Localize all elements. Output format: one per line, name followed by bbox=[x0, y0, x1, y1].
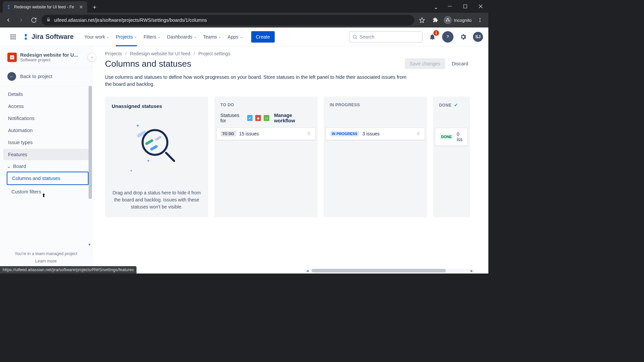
jira-top-nav: Jira Software Your work⌄Projects⌄Filters… bbox=[0, 27, 488, 46]
chevron-down-icon: ⌄ bbox=[106, 35, 109, 39]
browser-omnibox[interactable]: uifeed.atlassian.net/jira/software/proje… bbox=[42, 15, 414, 25]
tab-title: Redesign website for UI feed - Fe bbox=[14, 5, 76, 9]
app-switcher-icon[interactable] bbox=[7, 31, 19, 43]
browser-tab[interactable]: Redesign website for UI feed - Fe ✕ bbox=[3, 1, 87, 13]
sidebar-item-access[interactable]: Access bbox=[3, 101, 89, 112]
sidebar-item-details[interactable]: Details bbox=[3, 88, 89, 100]
tab-list-chevron-icon[interactable]: ⌄ bbox=[434, 4, 438, 10]
jira-favicon-icon bbox=[6, 4, 11, 10]
nav-item-projects[interactable]: Projects⌄ bbox=[112, 27, 140, 46]
nav-item-teams[interactable]: Teams⌄ bbox=[200, 27, 224, 46]
main-content: Projects/Redesign website for UI feed/Pr… bbox=[92, 46, 488, 274]
nav-item-dashboards[interactable]: Dashboards⌄ bbox=[164, 27, 200, 46]
back-label: Back to project bbox=[20, 74, 52, 79]
window-controls bbox=[442, 0, 488, 13]
extensions-icon[interactable] bbox=[430, 15, 440, 25]
scroll-right-icon[interactable]: ▶ bbox=[471, 269, 473, 273]
sidebar-footer-text: You're in a team-managed project bbox=[15, 251, 77, 256]
sidebar-collapse-button[interactable]: ‹ bbox=[88, 53, 96, 62]
svg-point-2 bbox=[480, 18, 481, 19]
browser-url: uifeed.atlassian.net/jira/software/proje… bbox=[54, 17, 207, 23]
new-tab-button[interactable]: + bbox=[90, 3, 99, 12]
column-header[interactable]: IN PROGRESS bbox=[324, 97, 427, 113]
nav-menu: Your work⌄Projects⌄Filters⌄Dashboards⌄Te… bbox=[81, 27, 246, 46]
drag-handle-icon[interactable]: ⠿ bbox=[307, 131, 311, 136]
nav-item-your-work[interactable]: Your work⌄ bbox=[81, 27, 113, 46]
sidebar-section-board[interactable]: ⌄ Board bbox=[3, 161, 89, 172]
window-maximize-icon[interactable] bbox=[458, 0, 473, 13]
project-header[interactable]: Redesign website for U... Software proje… bbox=[0, 52, 92, 67]
jira-logo-icon bbox=[22, 33, 30, 41]
status-card[interactable]: IN PROGRESS3 issues⠿ bbox=[326, 127, 425, 140]
breadcrumb-item[interactable]: Projects bbox=[105, 51, 122, 56]
window-close-icon[interactable] bbox=[473, 0, 488, 13]
sidebar-learn-more-link[interactable]: Learn more bbox=[5, 259, 87, 263]
back-to-project-link[interactable]: ← Back to project bbox=[0, 67, 92, 85]
discard-button[interactable]: Discard bbox=[448, 58, 472, 69]
sidebar: ‹ Redesign website for U... Software pro… bbox=[0, 46, 92, 274]
project-subtitle: Software project bbox=[20, 58, 78, 62]
notification-badge: 1 bbox=[433, 30, 439, 36]
user-avatar[interactable]: SJ bbox=[473, 32, 483, 42]
svg-rect-1 bbox=[464, 5, 467, 8]
create-button[interactable]: Create bbox=[251, 31, 275, 43]
bookmark-star-icon[interactable] bbox=[417, 15, 427, 25]
search-placeholder: Search bbox=[360, 34, 374, 40]
incognito-indicator[interactable]: Incognito bbox=[444, 16, 472, 24]
unassigned-statuses-panel[interactable]: Unassigned statuses ✦✦✦ Drag and drop a … bbox=[105, 97, 208, 217]
notifications-icon[interactable]: 1 bbox=[427, 31, 438, 43]
nav-item-apps[interactable]: Apps⌄ bbox=[224, 27, 246, 46]
scroll-down-icon[interactable]: ▼ bbox=[88, 243, 92, 246]
incognito-icon bbox=[444, 16, 452, 24]
settings-gear-icon[interactable] bbox=[458, 31, 469, 43]
svg-text:?: ? bbox=[447, 35, 449, 39]
sidebar-item-features[interactable]: Features bbox=[3, 149, 89, 160]
sidebar-item-issue-types[interactable]: Issue types bbox=[3, 137, 89, 148]
status-card[interactable]: TO DO15 issues⠿ bbox=[216, 127, 316, 140]
status-card[interactable]: DONE0 iss bbox=[435, 128, 468, 146]
svg-rect-16 bbox=[10, 55, 14, 59]
scroll-left-icon[interactable]: ◀ bbox=[306, 269, 309, 273]
breadcrumb-item[interactable]: Redesign website for UI feed bbox=[130, 51, 190, 56]
save-changes-button[interactable]: Save changes bbox=[405, 58, 445, 69]
svg-rect-7 bbox=[14, 34, 15, 35]
sidebar-item-automation[interactable]: Automation bbox=[3, 125, 89, 136]
unassigned-title: Unassigned statuses bbox=[112, 103, 202, 109]
jira-logo[interactable]: Jira Software bbox=[22, 33, 74, 41]
board-column[interactable]: DONE✔DONE0 iss bbox=[433, 97, 470, 217]
sidebar-item-columns-statuses[interactable]: Columns and statuses bbox=[7, 172, 89, 185]
incognito-label: Incognito bbox=[454, 18, 472, 23]
board-column[interactable]: IN PROGRESSIN PROGRESS3 issues⠿ bbox=[324, 97, 427, 217]
drag-handle-icon[interactable]: ⠿ bbox=[417, 131, 421, 136]
scrollbar-thumb[interactable] bbox=[312, 269, 446, 273]
column-header[interactable]: DONE✔ bbox=[433, 97, 470, 113]
browser-back-icon[interactable] bbox=[3, 15, 13, 25]
svg-rect-0 bbox=[448, 6, 452, 6]
browser-reload-icon[interactable] bbox=[29, 15, 39, 25]
chevron-down-icon: ⌄ bbox=[218, 35, 221, 39]
issue-count: 3 issues bbox=[362, 131, 413, 136]
scroll-up-icon[interactable]: ▲ bbox=[88, 87, 92, 91]
board-columns-area: Unassigned statuses ✦✦✦ Drag and drop a … bbox=[105, 97, 488, 217]
issue-type-task-icon: ✔ bbox=[247, 115, 253, 121]
window-minimize-icon[interactable] bbox=[442, 0, 458, 13]
tab-close-icon[interactable]: ✕ bbox=[78, 4, 84, 10]
search-input[interactable]: Search bbox=[349, 31, 423, 43]
manage-workflow-link[interactable]: Manage workflow bbox=[274, 113, 312, 123]
svg-rect-9 bbox=[12, 36, 13, 37]
help-icon[interactable]: ? bbox=[442, 31, 453, 43]
browser-menu-icon[interactable] bbox=[475, 15, 485, 25]
nav-item-filters[interactable]: Filters⌄ bbox=[140, 27, 164, 46]
svg-rect-6 bbox=[12, 34, 13, 35]
svg-point-4 bbox=[480, 21, 481, 22]
status-lozenge: TO DO bbox=[221, 131, 236, 136]
svg-rect-8 bbox=[11, 36, 12, 37]
board-column[interactable]: TO DOStatuses for✔◆▭Manage workflowTO DO… bbox=[214, 97, 318, 217]
chevron-down-icon: ⌄ bbox=[194, 35, 197, 39]
sidebar-item-notifications[interactable]: Notifications bbox=[3, 113, 89, 124]
horizontal-scrollbar[interactable]: ◀ ▶ bbox=[304, 269, 475, 273]
issue-count: 0 iss bbox=[457, 131, 464, 142]
column-header[interactable]: TO DO bbox=[214, 97, 318, 113]
statuses-for-row: Statuses for✔◆▭Manage workflow bbox=[214, 113, 318, 127]
sidebar-item-custom-filters[interactable]: Custom filters bbox=[7, 186, 89, 198]
